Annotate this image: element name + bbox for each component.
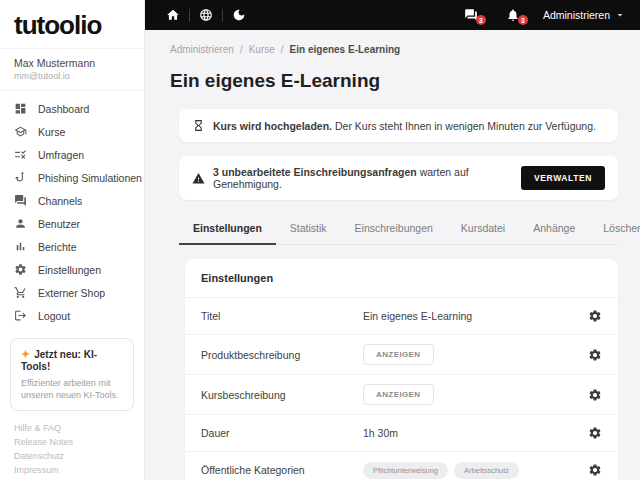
gear-icon <box>588 388 602 402</box>
sidebar-item-label: Dashboard <box>38 103 89 115</box>
messages-badge: 3 <box>476 15 486 25</box>
edit-produktbeschreibung-button[interactable] <box>586 346 604 364</box>
link-release-notes[interactable]: Release Notes <box>14 436 130 450</box>
breadcrumb-current: Ein eigenes E-Learning <box>290 44 401 55</box>
topbar: 3 3 Administrieren <box>145 0 640 30</box>
breadcrumb-separator: / <box>240 44 243 55</box>
sidebar: tutoolio Max Mustermann mm@tutool.io Das… <box>0 0 145 480</box>
tab-kursdatei[interactable]: Kursdatei <box>447 214 519 244</box>
person-icon <box>14 217 27 230</box>
anzeigen-button[interactable]: ANZEIGEN <box>363 384 434 405</box>
settings-row-produktbeschreibung: Produktbeschreibung ANZEIGEN <box>185 335 618 375</box>
notifications-button[interactable]: 3 <box>497 8 529 22</box>
breadcrumb: Administrieren / Kurse / Ein eigenes E-L… <box>169 44 618 55</box>
moon-icon <box>232 8 246 22</box>
gear-icon <box>588 426 602 440</box>
warning-icon <box>192 172 205 185</box>
link-datenschutz[interactable]: Datenschutz <box>14 450 130 464</box>
gear-icon <box>588 463 602 477</box>
graduation-cap-icon <box>14 125 27 138</box>
shopping-cart-icon <box>14 286 27 299</box>
category-chip: Pflichtunterweisung <box>363 462 448 479</box>
notifications-badge: 3 <box>518 15 528 25</box>
messages-button[interactable]: 3 <box>455 8 487 22</box>
dark-mode-toggle[interactable] <box>223 8 255 22</box>
sidebar-item-label: Externer Shop <box>38 287 105 299</box>
settings-card-title: Einstellungen <box>185 259 618 298</box>
alert-text: Der Kurs steht Ihnen in wenigen Minuten … <box>335 120 596 132</box>
user-block: Max Mustermann mm@tutool.io <box>0 49 144 91</box>
tab-statistik[interactable]: Statistik <box>276 214 341 244</box>
sidebar-item-label: Channels <box>38 195 82 207</box>
sidebar-item-kurse[interactable]: Kurse <box>0 120 144 143</box>
app-logo[interactable]: tutoolio <box>0 0 144 49</box>
alert-bold-text: 3 unbearbeitete Einschreibungsanfragen <box>213 166 417 178</box>
account-label: Administrieren <box>543 9 610 21</box>
gear-icon <box>588 348 602 362</box>
breadcrumb-administrieren[interactable]: Administrieren <box>170 44 234 55</box>
sidebar-item-shop[interactable]: Externer Shop <box>0 281 144 304</box>
sidebar-item-benutzer[interactable]: Benutzer <box>0 212 144 235</box>
home-button[interactable] <box>157 8 189 22</box>
user-email: mm@tutool.io <box>14 71 130 81</box>
gear-icon <box>588 309 602 323</box>
sidebar-item-label: Kurse <box>38 126 65 138</box>
language-button[interactable] <box>190 8 222 22</box>
sidebar-nav: Dashboard Kurse Umfragen Phishing Simula… <box>0 91 144 329</box>
settings-row-dauer: Dauer 1h 30m <box>185 415 618 452</box>
main-area: 3 3 Administrieren Administrieren / Kurs… <box>145 0 640 480</box>
row-value: Ein eigenes E-Learning <box>363 310 586 322</box>
sidebar-item-einstellungen[interactable]: Einstellungen <box>0 258 144 281</box>
page-content: Administrieren / Kurse / Ein eigenes E-L… <box>145 30 640 480</box>
row-label: Kursbeschreibung <box>201 389 363 401</box>
row-label: Titel <box>201 310 363 322</box>
bar-chart-icon <box>14 240 27 253</box>
row-value: 1h 30m <box>363 427 586 439</box>
user-name: Max Mustermann <box>14 57 130 69</box>
edit-titel-button[interactable] <box>586 307 604 325</box>
row-label: Öffentliche Kategorien <box>201 464 363 476</box>
sidebar-item-label: Einstellungen <box>38 264 101 276</box>
tab-einschreibungen[interactable]: Einschreibungen <box>341 214 447 244</box>
link-impressum[interactable]: Impressum <box>14 464 130 478</box>
edit-kursbeschreibung-button[interactable] <box>586 386 604 404</box>
tab-anhaenge[interactable]: Anhänge <box>519 214 589 244</box>
enrollment-requests-alert: 3 unbearbeitete Einschreibungsanfragenwa… <box>179 156 618 200</box>
logout-icon <box>14 309 27 322</box>
globe-icon <box>199 8 213 22</box>
sidebar-item-label: Benutzer <box>38 218 80 230</box>
ki-tools-promo-card[interactable]: ✦Jetzt neu: KI-Tools! Effizienter arbeit… <box>10 338 134 411</box>
sidebar-item-phishing[interactable]: Phishing Simulationen <box>0 166 144 189</box>
category-chip: Arbeitsschutz <box>454 462 519 479</box>
sidebar-item-label: Berichte <box>38 241 77 253</box>
promo-title: ✦Jetzt neu: KI-Tools! <box>21 348 123 372</box>
sidebar-item-berichte[interactable]: Berichte <box>0 235 144 258</box>
edit-dauer-button[interactable] <box>586 424 604 442</box>
checklist-icon <box>14 148 27 161</box>
dashboard-icon <box>14 102 27 115</box>
anzeigen-button[interactable]: ANZEIGEN <box>363 344 434 365</box>
settings-row-kursbeschreibung: Kursbeschreibung ANZEIGEN <box>185 375 618 415</box>
row-label: Dauer <box>201 427 363 439</box>
sidebar-item-dashboard[interactable]: Dashboard <box>0 97 144 120</box>
sidebar-item-umfragen[interactable]: Umfragen <box>0 143 144 166</box>
hourglass-icon <box>192 119 205 132</box>
home-icon <box>166 8 180 22</box>
sidebar-footer-links: Hilfe & FAQ Release Notes Datenschutz Im… <box>0 411 144 480</box>
upload-status-alert: Kurs wird hochgeladen.Der Kurs steht Ihn… <box>179 109 618 142</box>
gear-icon <box>14 263 27 276</box>
verwalten-button[interactable]: VERWALTEN <box>521 166 605 190</box>
tab-loeschen[interactable]: Löschen <box>589 214 640 244</box>
account-menu[interactable]: Administrieren <box>543 9 626 21</box>
chevron-down-icon <box>614 9 626 21</box>
sidebar-item-logout[interactable]: Logout <box>0 304 144 327</box>
sidebar-item-channels[interactable]: Channels <box>0 189 144 212</box>
link-hilfe-faq[interactable]: Hilfe & FAQ <box>14 422 130 436</box>
sidebar-item-label: Umfragen <box>38 149 84 161</box>
sparkle-icon: ✦ <box>21 348 30 360</box>
breadcrumb-kurse[interactable]: Kurse <box>249 44 275 55</box>
course-tabs: Einstellungen Statistik Einschreibungen … <box>179 214 618 245</box>
alert-bold-text: Kurs wird hochgeladen. <box>213 120 332 132</box>
tab-einstellungen[interactable]: Einstellungen <box>179 214 276 245</box>
edit-oeffentliche-kategorien-button[interactable] <box>586 461 604 479</box>
